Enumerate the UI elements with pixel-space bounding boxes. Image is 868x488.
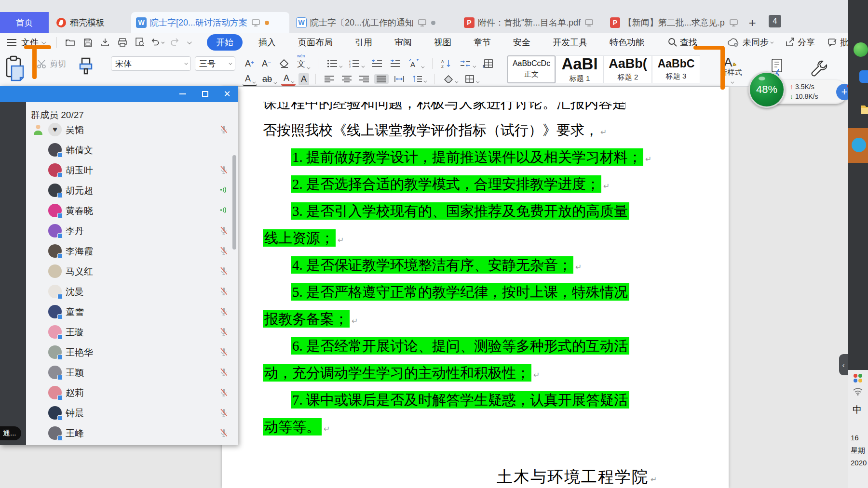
strikethrough-button[interactable]: ab (260, 73, 278, 85)
mic-muted-icon[interactable] (219, 266, 230, 277)
find-button[interactable]: 查找 (668, 37, 697, 48)
document-text-line[interactable]: 1. 提前做好教学设计，提前推送课件以及相关学习材料；↵ (263, 144, 629, 171)
show-paragraph-marks-button[interactable] (457, 58, 477, 69)
sync-status-button[interactable]: 未同步 (727, 37, 773, 48)
document-tab[interactable]: W院士字[20...研讨活动方案 (131, 12, 289, 33)
print-button[interactable] (116, 36, 129, 49)
ribbon-tab-引用[interactable]: 引用 (355, 34, 372, 51)
line-spacing-button[interactable] (410, 74, 428, 84)
input-language-indicator[interactable]: 中 (853, 404, 862, 416)
mic-muted-icon[interactable] (219, 225, 230, 236)
document-text-line[interactable]: 2. 是否选择合适的教学模式，合理安排教学进度；↵ (263, 171, 629, 198)
mic-muted-icon[interactable] (219, 408, 230, 418)
document-text-line[interactable]: 报教务备案；↵ (263, 305, 629, 332)
green-app-icon[interactable] (854, 42, 868, 57)
paste-button[interactable] (5, 55, 27, 82)
borders-button[interactable] (462, 74, 481, 84)
numbered-list-button[interactable]: 123 (347, 58, 366, 69)
bullet-list-button[interactable] (325, 58, 344, 69)
format-painter-button[interactable] (76, 56, 95, 81)
member-row[interactable]: 胡玉叶 (26, 160, 230, 180)
folder-icon[interactable] (860, 104, 868, 115)
document-text-line[interactable]: 7. 课中或课后是否及时解答学生疑惑，认真开展答疑活 (263, 386, 629, 413)
member-row[interactable]: 王颖 (26, 362, 230, 382)
wifi-icon[interactable] (853, 386, 863, 396)
member-row[interactable]: 黄春晓 (26, 200, 230, 221)
mic-muted-icon[interactable] (219, 165, 230, 175)
mic-muted-icon[interactable] (219, 286, 230, 297)
member-row[interactable]: 王璇 (26, 322, 230, 342)
toolbar-overflow-icon[interactable] (187, 40, 192, 44)
ribbon-tab-特色功能[interactable]: 特色功能 (610, 34, 644, 51)
member-row[interactable]: 李海霞 (26, 241, 230, 261)
document-text-line[interactable]: 6. 是否经常开展讨论、提问、测验等多种形式的互动活 (263, 332, 629, 359)
font-size-select[interactable]: 三号 (195, 56, 235, 71)
hamburger-menu-icon[interactable] (7, 39, 16, 46)
member-row[interactable]: 赵莉 (26, 382, 230, 403)
distribute-button[interactable] (392, 74, 407, 84)
document-text-line[interactable]: 否按照我校《线上课堂教学评价指标（试行）》要求，↵ (263, 117, 629, 144)
member-row[interactable]: 王峰 (26, 423, 230, 443)
open-folder-button[interactable] (64, 36, 77, 49)
mic-slot-empty[interactable] (219, 145, 230, 155)
ribbon-tab-开始[interactable]: 开始 (207, 34, 243, 51)
tab-count-badge[interactable]: 4 (769, 15, 781, 27)
member-row[interactable]: 王艳华 (26, 342, 230, 362)
document-text-line[interactable]: 线上资源；↵ (263, 224, 629, 251)
document-text-line[interactable]: 4. 是否保证教学环境整洁有序、安静无杂音；↵ (263, 251, 629, 278)
style-preset-标题 3[interactable]: AaBbC标题 3 (652, 55, 700, 83)
member-row[interactable]: 韩倩文 (26, 140, 230, 160)
member-row[interactable]: 李丹 (26, 221, 230, 241)
document-text-line[interactable]: 课过程中的经验和问题，积极与大家进行讨论。汇报内容是 (263, 90, 629, 117)
call-status-badge[interactable]: 通... (0, 426, 21, 440)
document-text-line[interactable]: 动，充分调动学生学习的主动性和积极性；↵ (263, 359, 629, 386)
style-preset-标题 1[interactable]: AaBl标题 1 (556, 55, 604, 83)
document-tab[interactable]: P附件：首批“新...目名单.pdf (459, 12, 604, 33)
member-row[interactable]: 沈曼 (26, 281, 230, 302)
sort-button[interactable]: AZ (439, 58, 454, 69)
document-text-line[interactable]: 5. 是否严格遵守正常的教学纪律，按时上课，特殊情况 (263, 278, 629, 305)
ribbon-tab-页面布局[interactable]: 页面布局 (298, 34, 333, 51)
member-row[interactable]: 钟晨 (26, 403, 230, 423)
output-button[interactable] (99, 36, 111, 49)
text-direction-button[interactable]: A (406, 58, 426, 69)
orange-app-window[interactable] (848, 128, 868, 163)
mic-speaking-icon[interactable] (219, 185, 230, 196)
justify-button[interactable] (374, 74, 389, 84)
document-tab[interactable]: W院士字〔20...优工作的通知 (291, 12, 457, 33)
mic-muted-icon[interactable] (219, 347, 230, 357)
mic-speaking-icon[interactable] (219, 205, 230, 216)
style-preset-标题 2[interactable]: AaBb(标题 2 (604, 55, 652, 83)
align-right-button[interactable] (357, 74, 371, 84)
maximize-button[interactable] (194, 86, 216, 102)
document-tab[interactable]: P【新闻】第二批...求意见.pdf (605, 12, 743, 33)
blue-app-icon[interactable] (859, 70, 868, 83)
shading-button[interactable] (441, 74, 460, 84)
tab-home[interactable]: 首页 (0, 12, 49, 33)
member-row[interactable]: 胡元超 (26, 180, 230, 200)
mic-muted-icon[interactable] (219, 428, 230, 438)
panel-titlebar[interactable]: ✕ (0, 86, 238, 102)
undo-dropdown-icon[interactable] (162, 40, 165, 43)
ribbon-tab-安全[interactable]: 安全 (513, 34, 530, 51)
redo-button[interactable] (168, 36, 181, 49)
mic-muted-icon[interactable] (219, 327, 230, 337)
mic-muted-icon[interactable] (219, 306, 230, 317)
colorful-tray-icon[interactable] (854, 374, 862, 382)
clear-format-button[interactable] (276, 58, 292, 69)
font-color-button[interactable]: A (281, 72, 296, 86)
align-left-button[interactable] (322, 74, 337, 84)
insert-table-button[interactable]: F (480, 58, 496, 69)
highlight-color-button[interactable]: A (298, 73, 309, 85)
cut-button[interactable]: 剪切 (37, 58, 66, 69)
pinyin-guide-button[interactable]: 文 (295, 57, 312, 70)
member-row[interactable]: ♥吴韬 (26, 119, 230, 140)
increase-indent-button[interactable] (387, 58, 403, 69)
panel-scrollbar[interactable] (232, 155, 236, 250)
member-row[interactable]: 童雪 (26, 302, 230, 322)
mic-muted-icon[interactable] (219, 387, 230, 398)
collapse-panel-tab[interactable]: ‹ (839, 354, 848, 375)
document-text-line[interactable]: 动等等。↵ (263, 413, 629, 440)
font-name-select[interactable]: 宋体 (111, 56, 191, 71)
share-button[interactable]: 分享 (785, 37, 815, 48)
